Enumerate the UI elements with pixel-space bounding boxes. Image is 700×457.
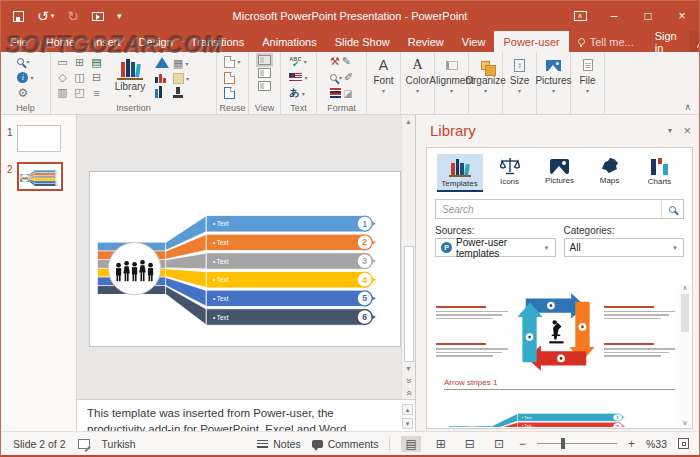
equation-icon[interactable]: ≡ <box>93 87 99 99</box>
mini-chart-icon[interactable] <box>155 86 169 98</box>
close-button[interactable]: × <box>665 1 699 31</box>
minimize-button[interactable]: – <box>597 1 631 31</box>
redo-icon[interactable]: ↻ <box>67 11 79 21</box>
slide-sorter-view-icon[interactable]: ⊞ <box>432 436 450 452</box>
view-option-1-icon[interactable] <box>258 55 271 65</box>
tab-power-user[interactable]: Power-user <box>494 31 568 52</box>
scroll-up-icon[interactable]: ▲ <box>405 115 412 128</box>
slide-scrollbar[interactable]: ▲ ▼ « « <box>401 115 415 399</box>
spell-check-status-icon[interactable] <box>78 439 90 449</box>
format-picker-icon[interactable]: ▾✐ <box>329 71 354 85</box>
stamp-icon[interactable] <box>172 87 184 98</box>
share-button[interactable]: Share <box>689 31 700 52</box>
sign-in-button[interactable]: Sign in <box>643 31 689 52</box>
panel-dropdown-icon[interactable]: ▼ <box>666 127 673 134</box>
spell-check-icon[interactable]: ABC✔▾ <box>288 55 308 69</box>
start-slideshow-icon[interactable] <box>92 12 104 21</box>
tab-insert[interactable]: Insert <box>84 31 130 52</box>
zoom-in-icon[interactable]: + <box>628 437 635 451</box>
tab-view[interactable]: View <box>453 31 495 52</box>
organize-big-button[interactable]: Organize▾ <box>469 52 503 114</box>
undo-icon[interactable]: ↺▾ <box>37 11 54 21</box>
normal-view-icon[interactable]: ▤ <box>401 436 420 452</box>
save-icon[interactable] <box>13 11 24 22</box>
language-indicator[interactable]: Turkish <box>102 438 136 450</box>
translate-icon[interactable]: あ▾ <box>288 86 308 100</box>
library-scrollbar[interactable]: ∧ ∨ <box>679 284 691 427</box>
language-flag-icon[interactable]: ▾ <box>288 71 308 85</box>
notes-scroll-down-icon[interactable]: ▼ <box>402 418 413 429</box>
search-submit-icon[interactable] <box>661 200 683 218</box>
library-tab-pictures[interactable]: Pictures <box>537 154 583 192</box>
library-search[interactable] <box>435 199 684 219</box>
thumbnail-item-1[interactable]: 1 <box>1 115 76 152</box>
notes-pane[interactable]: This template was inserted from Power-us… <box>77 399 415 434</box>
duplicate-slide-icon[interactable]: ⊞ <box>75 56 84 69</box>
format-stripes-icon[interactable]: ◪ <box>329 86 354 100</box>
zoom-level[interactable]: %33 <box>646 438 667 450</box>
text-box-icon[interactable]: ▥ <box>57 86 67 99</box>
scrollbar-thumb[interactable] <box>681 294 689 332</box>
ribbon-display-options-icon[interactable]: ∧ <box>563 1 597 31</box>
org-chart-icon[interactable]: ⊟ <box>92 71 101 84</box>
sticky-note-icon[interactable]: ▾ <box>172 72 190 85</box>
template-preview-arrow-stripes[interactable]: Arrow stripes 1 • Text1• Text2• Text3• T… <box>428 376 691 427</box>
shapes-icon[interactable]: ◇ <box>58 71 66 84</box>
waterfall-chart-icon[interactable] <box>155 71 169 83</box>
pyramid-icon[interactable] <box>155 57 169 68</box>
notes-scroll-up-icon[interactable]: ▲ <box>402 404 413 415</box>
search-icon[interactable]: ▾ <box>16 55 34 69</box>
reuse-slide-icon[interactable] <box>223 86 241 100</box>
zoom-slider-thumb[interactable] <box>561 438 565 449</box>
library-tab-charts[interactable]: Charts <box>637 154 683 192</box>
view-option-3-icon[interactable] <box>258 81 271 91</box>
slide-canvas[interactable]: • Text1• Text2• Text3• Text4• Text5• Tex… <box>89 171 401 347</box>
sources-dropdown[interactable]: P Power-user templates ▼ <box>435 238 556 257</box>
tab-transitions[interactable]: Transitions <box>182 31 253 52</box>
library-tab-templates[interactable]: Templates <box>437 154 483 192</box>
library-big-button[interactable]: Library ▾ <box>108 55 152 100</box>
zoom-out-icon[interactable]: − <box>519 437 526 451</box>
paste-slide-icon[interactable] <box>223 71 241 85</box>
tab-file[interactable]: File <box>1 31 37 52</box>
slideshow-view-icon[interactable]: ⊡ <box>490 436 508 452</box>
thumbnail-item-2[interactable]: 2 <box>1 152 76 191</box>
tab-animations[interactable]: Animations <box>253 31 325 52</box>
slide-thumbnail-2[interactable] <box>17 162 63 191</box>
slide-layout-icon[interactable]: ▭ <box>57 56 67 69</box>
reading-view-icon[interactable]: ⊟ <box>461 436 479 452</box>
comments-button[interactable]: Comments <box>312 438 379 450</box>
search-input[interactable] <box>436 200 661 218</box>
collapse-ribbon-icon[interactable]: ∧ <box>684 102 691 112</box>
customize-quick-access-icon[interactable]: ▾ <box>117 11 122 21</box>
size-big-button[interactable]: ↕Size▾ <box>503 52 537 114</box>
template-preview-cycle[interactable] <box>428 284 691 376</box>
tab-review[interactable]: Review <box>399 31 453 52</box>
table-icon[interactable]: ▦▾ <box>172 57 190 70</box>
fit-to-window-icon[interactable] <box>678 438 689 449</box>
file-big-button[interactable]: File▾ <box>571 52 605 114</box>
scroll-down-icon[interactable]: ▼ <box>405 362 412 375</box>
categories-dropdown[interactable]: All ▼ <box>564 238 685 257</box>
alignment-big-button[interactable]: Alignment▾ <box>435 52 469 114</box>
screenshot-icon[interactable]: ◫ <box>74 71 84 84</box>
slide-thumbnail-1[interactable] <box>17 125 61 152</box>
format-tools-icon[interactable]: ⚒✎ <box>329 55 354 69</box>
view-option-2-icon[interactable] <box>258 68 271 78</box>
scrollbar-thumb[interactable] <box>404 246 414 361</box>
tab-design[interactable]: Design <box>130 31 182 52</box>
tab-home[interactable]: Home <box>37 31 84 52</box>
zoom-slider[interactable] <box>537 443 617 445</box>
tab-slide-show[interactable]: Slide Show <box>326 31 399 52</box>
notes-scroll[interactable]: ▲▼ <box>402 404 413 429</box>
library-tab-maps[interactable]: Maps <box>587 154 633 192</box>
copy-slide-icon[interactable]: ▾ <box>223 55 241 69</box>
scroll-down-icon[interactable]: ∨ <box>682 419 687 427</box>
link-icon[interactable]: ◰ <box>74 86 84 99</box>
notes-button[interactable]: Notes <box>257 438 300 450</box>
panel-close-icon[interactable]: × <box>683 123 691 138</box>
library-tab-icons[interactable]: Icons <box>487 154 533 192</box>
maximize-button[interactable]: □ <box>631 1 665 31</box>
next-slide-icon[interactable]: « <box>403 390 415 396</box>
scroll-up-icon[interactable]: ∧ <box>682 284 687 292</box>
